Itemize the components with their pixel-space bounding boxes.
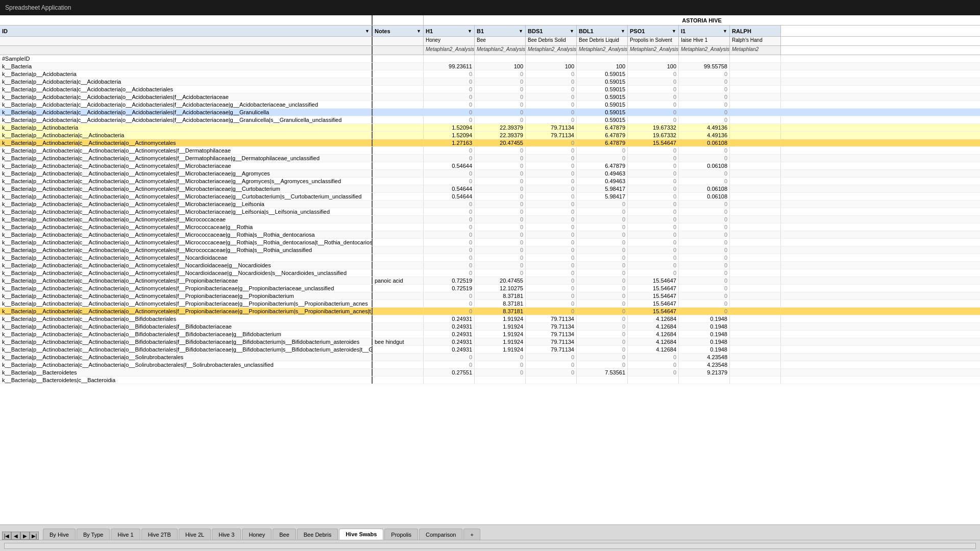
table-row[interactable]: k__Bacteria|p__Actinobacteria|c__Actinob…: [0, 262, 980, 269]
notes-cell[interactable]: [373, 308, 424, 315]
table-row[interactable]: k__Bacteria|p__Actinobacteria|c__Actinob…: [0, 346, 980, 354]
table-row[interactable]: k__Bacteria|p__Actinobacteria|c__Actinob…: [0, 315, 980, 323]
pso1-cell[interactable]: 15.54647: [628, 277, 679, 284]
h1-cell[interactable]: 0: [424, 300, 475, 307]
id-cell[interactable]: k__Bacteria|p__Actinobacteria|c__Actinob…: [0, 331, 373, 338]
pso1-cell[interactable]: 15.54647: [628, 308, 679, 315]
ralph-cell[interactable]: [730, 331, 781, 338]
i1-cell[interactable]: 0: [679, 254, 730, 261]
ralph-cell[interactable]: [730, 239, 781, 246]
id-cell[interactable]: k__Bacteria|p__Actinobacteria|c__Actinob…: [0, 262, 373, 269]
bdl1-cell[interactable]: 0: [577, 346, 628, 353]
i1-cell[interactable]: 0: [679, 78, 730, 85]
b1-cell[interactable]: 12.10275: [475, 285, 526, 292]
b1-cell[interactable]: 20.47455: [475, 139, 526, 146]
table-row[interactable]: k__Bacteria|p__Actinobacteria|c__Actinob…: [0, 361, 980, 369]
id-cell[interactable]: k__Bacteria|p__Actinobacteria|c__Actinob…: [0, 346, 373, 353]
h1-cell[interactable]: 0: [424, 269, 475, 277]
h1-cell[interactable]: 0: [424, 262, 475, 269]
notes-cell[interactable]: [373, 346, 424, 353]
b1-cell[interactable]: 0: [475, 86, 526, 93]
ralph-cell[interactable]: [730, 139, 781, 146]
bdl1-cell[interactable]: 6.47879: [577, 162, 628, 169]
b1-cell[interactable]: 0: [475, 231, 526, 238]
id-cell[interactable]: k__Bacteria|p__Actinobacteria|c__Actinob…: [0, 231, 373, 238]
i1-cell[interactable]: 0: [679, 109, 730, 116]
b1-cell[interactable]: 0: [475, 239, 526, 246]
notes-cell[interactable]: [373, 377, 424, 384]
bdl1-cell[interactable]: 0: [577, 277, 628, 284]
h1-cell[interactable]: 0.72519: [424, 285, 475, 292]
pso1-cell[interactable]: 15.54647: [628, 285, 679, 292]
id-cell[interactable]: k__Bacteria|p__Actinobacteria|c__Actinob…: [0, 193, 373, 200]
table-row[interactable]: k__Bacteria|p__Actinobacteria|c__Actinob…: [0, 231, 980, 239]
notes-cell[interactable]: [373, 132, 424, 139]
i1-cell[interactable]: 0: [679, 277, 730, 284]
b1-cell[interactable]: 0: [475, 369, 526, 376]
h1-cell[interactable]: 99.23611: [424, 63, 475, 70]
b1-cell[interactable]: 0: [475, 109, 526, 116]
table-row[interactable]: k__Bacteria|p__Acidobacteria|c__Acidobac…: [0, 109, 980, 116]
h1-cell[interactable]: 0: [424, 178, 475, 185]
notes-cell[interactable]: panoic acid: [373, 277, 424, 284]
ralph-cell[interactable]: [730, 78, 781, 85]
h1-cell[interactable]: 0: [424, 147, 475, 154]
bdl1-cell[interactable]: 0.59015: [577, 109, 628, 116]
i1-cell[interactable]: 0.06108: [679, 193, 730, 200]
table-row[interactable]: k__Bacteria|p__Acidobacteria|c__Acidobac…: [0, 78, 980, 86]
pso1-cell[interactable]: 15.54647: [628, 139, 679, 146]
bds1-cell[interactable]: 0: [526, 178, 577, 185]
b1-cell[interactable]: 20.47455: [475, 277, 526, 284]
notes-cell[interactable]: [373, 193, 424, 200]
tab-hive-2tb[interactable]: Hive 2TB: [141, 529, 178, 540]
table-row[interactable]: k__Bacteria|p__Actinobacteria|c__Actinob…: [0, 331, 980, 338]
pso1-cell[interactable]: 0: [628, 78, 679, 85]
id-cell[interactable]: k__Bacteria|p__Acidobacteria|c__Acidobac…: [0, 93, 373, 101]
id-cell[interactable]: k__Bacteria|p__Acidobacteria|c__Acidobac…: [0, 86, 373, 93]
ralph-cell[interactable]: [730, 369, 781, 376]
bds1-cell[interactable]: 0: [526, 208, 577, 215]
pso1-cell[interactable]: 0: [628, 70, 679, 78]
id-cell[interactable]: k__Bacteria|p__Actinobacteria|c__Actinob…: [0, 170, 373, 177]
bds1-cell[interactable]: 0: [526, 292, 577, 299]
ralph-cell[interactable]: [730, 109, 781, 116]
id-cell[interactable]: k__Bacteria|p__Actinobacteria|c__Actinob…: [0, 178, 373, 185]
h1-cell[interactable]: 0: [424, 109, 475, 116]
pso1-cell[interactable]: 0: [628, 155, 679, 162]
b1-cell[interactable]: 22.39379: [475, 132, 526, 139]
bds1-cell[interactable]: 79.71134: [526, 132, 577, 139]
tab-by-type[interactable]: By Type: [77, 529, 110, 540]
bdl1-cell[interactable]: 0.49463: [577, 178, 628, 185]
notes-cell[interactable]: [373, 354, 424, 361]
table-row[interactable]: k__Bacteria|p__Actinobacteria|c__Actinob…: [0, 308, 980, 315]
id-cell[interactable]: k__Bacteria|p__Acidobacteria|c__Acidobac…: [0, 116, 373, 123]
id-cell[interactable]: k__Bacteria|p__Actinobacteria|c__Actinob…: [0, 361, 373, 368]
tab-honey[interactable]: Honey: [242, 529, 272, 540]
pso1-cell[interactable]: 0: [628, 162, 679, 169]
table-row[interactable]: k__Bacteria|p__Acidobacteria|c__Acidobac…: [0, 93, 980, 101]
b1-cell[interactable]: 0: [475, 269, 526, 277]
i1-cell[interactable]: 0.1948: [679, 346, 730, 353]
id-cell[interactable]: k__Bacteria|p__Actinobacteria|c__Actinob…: [0, 246, 373, 254]
i1-cell[interactable]: 0: [679, 155, 730, 162]
id-filter-arrow[interactable]: ▼: [365, 29, 370, 34]
pso1-filter-arrow[interactable]: ▼: [672, 29, 676, 34]
notes-cell[interactable]: [373, 300, 424, 307]
notes-cell[interactable]: [373, 254, 424, 261]
bdl1-cell[interactable]: 0.59015: [577, 78, 628, 85]
id-cell[interactable]: k__Bacteria|p__Actinobacteria|c__Actinob…: [0, 323, 373, 330]
ralph-cell[interactable]: [730, 63, 781, 70]
i1-cell[interactable]: 0.06108: [679, 139, 730, 146]
pso1-cell[interactable]: [628, 55, 679, 62]
h1-cell[interactable]: 1.27163: [424, 139, 475, 146]
pso1-cell[interactable]: 0: [628, 193, 679, 200]
h1-cell[interactable]: 1.52094: [424, 132, 475, 139]
b1-cell[interactable]: 0: [475, 361, 526, 368]
tab-add[interactable]: +: [463, 529, 480, 540]
h1-cell[interactable]: 0: [424, 292, 475, 299]
bds1-cell[interactable]: 0: [526, 361, 577, 368]
bdl1-cell[interactable]: 0.49463: [577, 170, 628, 177]
bds1-cell[interactable]: 0: [526, 231, 577, 238]
bds1-cell[interactable]: 0: [526, 86, 577, 93]
bds1-cell[interactable]: 79.71134: [526, 346, 577, 353]
